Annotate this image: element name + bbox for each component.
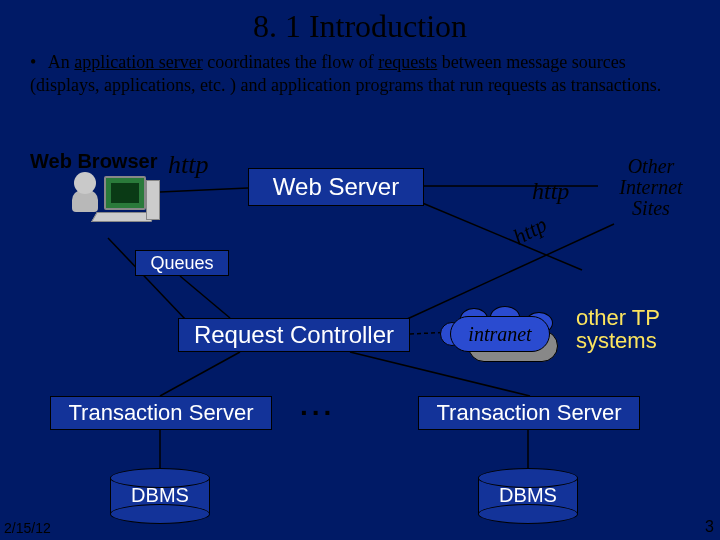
footer-date: 2/15/12 bbox=[4, 520, 51, 536]
ellipsis-label: ... bbox=[300, 390, 335, 422]
http-label-diagonal: http bbox=[509, 211, 551, 250]
bullet-seg2: coordinates the flow of bbox=[203, 52, 378, 72]
web-server-box: Web Server bbox=[248, 168, 424, 206]
svg-line-6 bbox=[180, 276, 230, 318]
queues-box: Queues bbox=[135, 250, 229, 276]
intranet-label: intranet bbox=[450, 316, 550, 352]
dbms-cylinder-1: DBMS bbox=[110, 468, 210, 524]
bullet-text: An application server coordinates the fl… bbox=[30, 52, 661, 95]
bullet-dot: • bbox=[30, 51, 36, 74]
monitor-icon bbox=[104, 176, 146, 210]
bullet-paragraph: • An application server coordinates the … bbox=[0, 45, 720, 96]
request-controller-box: Request Controller bbox=[178, 318, 410, 352]
other-sites-line1: Other bbox=[596, 156, 706, 177]
dbms-label-2: DBMS bbox=[478, 484, 578, 507]
dbms-cylinder-2: DBMS bbox=[478, 468, 578, 524]
dbms-label-1: DBMS bbox=[110, 484, 210, 507]
bullet-underline2: requests bbox=[378, 52, 437, 72]
transaction-server-box-2: Transaction Server bbox=[418, 396, 640, 430]
other-sites-line2: Internet bbox=[596, 177, 706, 198]
intranet-cloud: intranet bbox=[440, 310, 560, 360]
web-browser-label: Web Browser bbox=[30, 150, 157, 173]
other-sites-line3: Sites bbox=[596, 198, 706, 219]
other-internet-sites-label: Other Internet Sites bbox=[596, 156, 706, 219]
svg-line-7 bbox=[160, 352, 240, 396]
http-label-right: http bbox=[532, 178, 569, 205]
slide-title: 8. 1 Introduction bbox=[0, 0, 720, 45]
other-tp-systems-label: other TP systems bbox=[576, 306, 716, 352]
web-browser-icon bbox=[72, 172, 162, 232]
svg-line-2 bbox=[160, 188, 248, 192]
person-head-shape bbox=[74, 172, 96, 194]
other-tp-line1: other TP bbox=[576, 306, 716, 329]
svg-line-4 bbox=[420, 202, 582, 270]
diagram-stage: Web Browser http Web Server http http Ot… bbox=[0, 150, 720, 540]
http-label-left: http bbox=[168, 150, 208, 180]
tower-icon bbox=[146, 180, 160, 220]
footer-page-number: 3 bbox=[705, 518, 714, 536]
bullet-seg1: An bbox=[48, 52, 75, 72]
transaction-server-box-1: Transaction Server bbox=[50, 396, 272, 430]
cylinder-bottom bbox=[478, 504, 578, 524]
cylinder-bottom bbox=[110, 504, 210, 524]
other-tp-line2: systems bbox=[576, 329, 716, 352]
bullet-underline1: application server bbox=[74, 52, 202, 72]
